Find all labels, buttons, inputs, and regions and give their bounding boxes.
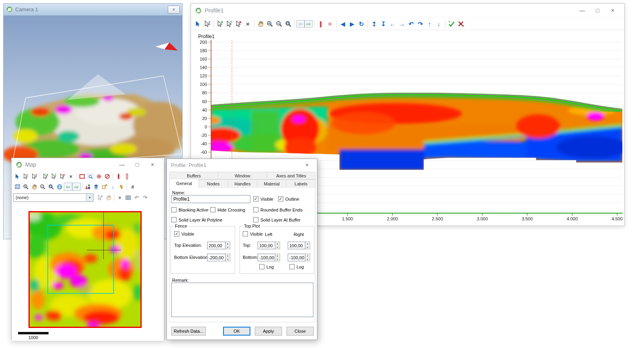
spin-down-icon[interactable]: ▾ [275,258,280,261]
nav-back-icon[interactable]: ⇦ [64,183,72,191]
move-top-icon[interactable]: ↥ [370,19,379,28]
layer-select[interactable]: (none) ▾ [13,193,93,202]
tab-labels[interactable]: Labels [286,179,316,188]
next-profile-icon[interactable]: ▶ [347,19,357,28]
attribute-table-icon[interactable] [124,193,132,201]
profile-line-outline-icon[interactable] [123,172,131,180]
delete-icon[interactable]: × [67,172,75,180]
zoom-in-icon[interactable] [265,19,274,28]
dialog-title-bar[interactable]: Profile: Profile1 × [167,159,317,171]
zoom-out-icon[interactable] [274,19,284,28]
close-button[interactable]: × [168,6,180,14]
insert-object-icon[interactable]: ↓ [109,183,117,191]
close-button[interactable]: Close [286,327,314,336]
pan-small-icon[interactable] [104,193,113,201]
pan-hand-icon[interactable] [30,183,39,191]
solid-layer-buffer-checkbox[interactable] [253,217,258,222]
spin-up-icon[interactable]: ▴ [226,242,230,246]
delete-node-cursor-icon[interactable] [234,19,243,28]
maximize-button[interactable]: □ [590,5,605,16]
maximize-button[interactable]: □ [130,159,145,170]
buffer-lines-icon[interactable]: = [325,19,335,28]
chevron-down-icon[interactable]: ▾ [86,194,93,201]
tab-nodes[interactable]: Nodes [199,179,228,188]
solid-layer-polyline-checkbox[interactable] [171,217,177,222]
minimize-button[interactable]: — [114,159,130,170]
bottom-elevation-field[interactable]: -200,00 [207,254,226,261]
add-node-icon[interactable]: + [116,193,124,201]
previous-profile-icon[interactable]: ◀ [338,19,347,28]
map-title-bar[interactable]: Map — □ × [12,158,164,171]
nav-forward-icon[interactable]: ⇨ [305,20,313,28]
tab-general[interactable]: General [169,179,199,188]
tab-material[interactable]: Material [257,179,286,188]
outline-checkbox[interactable]: ✓ [278,196,283,201]
move-node-cursor-icon[interactable] [50,172,58,180]
insert-node-cursor-icon[interactable] [41,172,50,180]
blanking-active-checkbox[interactable] [171,207,177,212]
clear-region-icon[interactable] [103,172,112,180]
apply-button[interactable]: Apply [255,327,282,336]
redo-icon[interactable]: ↷ [416,19,425,28]
map-canvas[interactable]: 1000 [12,203,164,341]
zoom-out-icon[interactable] [39,183,47,191]
top-left-field[interactable]: 100,00 [258,242,275,249]
fence-visible-checkbox[interactable]: ✓ [174,231,179,236]
spin-down-icon[interactable]: ▾ [305,246,310,249]
remark-field[interactable] [171,283,313,317]
symbols-icon[interactable] [83,183,92,191]
visible-checkbox[interactable]: ✓ [253,196,258,201]
export-map-icon[interactable] [100,183,109,191]
select-cursor-icon[interactable] [13,172,22,180]
pan-hand-icon[interactable] [256,19,265,28]
ok-button[interactable]: OK [223,327,250,336]
spin-up-icon[interactable]: ▴ [226,254,230,258]
spin-down-icon[interactable]: ▾ [226,258,230,261]
move-down-icon[interactable]: ↓ [434,19,443,28]
delete-icon[interactable]: × [243,19,252,28]
delete-node-cursor-icon[interactable] [58,172,67,180]
insert-node-cursor-icon[interactable] [215,19,225,28]
top-elevation-field[interactable]: 200,00 [207,242,226,249]
top-plot-visible-checkbox[interactable] [243,231,248,236]
accept-changes-icon[interactable] [447,19,456,28]
redo-icon[interactable]: ↷ [141,193,149,201]
close-button[interactable]: × [301,160,313,170]
log-right-checkbox[interactable] [289,264,295,269]
undo-icon[interactable]: ↶ [406,19,416,28]
zoom-extents-icon[interactable] [47,183,55,191]
spin-down-icon[interactable]: ▾ [305,258,310,261]
undo-icon[interactable]: ↶ [132,193,141,201]
edit-object-cursor-icon[interactable] [203,19,212,28]
spin-up-icon[interactable]: ▴ [275,242,280,246]
move-right-icon[interactable]: → [397,19,406,28]
discard-changes-icon[interactable] [456,19,465,28]
top-right-field[interactable]: 100,00 [288,242,305,249]
layers-icon[interactable] [92,183,100,191]
bottom-left-field[interactable]: -100,00 [258,254,275,261]
nav-forward-icon[interactable]: ⇨ [72,183,81,191]
refresh-data-button[interactable]: Refresh Data... [171,327,206,336]
spin-down-icon[interactable]: ▾ [226,246,230,249]
spin-up-icon[interactable]: ▴ [305,242,310,246]
zoom-in-icon[interactable] [22,183,30,191]
spin-up-icon[interactable]: ▴ [275,254,280,258]
zoom-extents-icon[interactable] [284,19,293,28]
tab-window[interactable]: Window [218,172,267,179]
move-node-cursor-icon[interactable] [225,19,234,28]
profile-line-icon[interactable] [114,172,123,180]
move-bottom-icon[interactable]: ↧ [379,19,388,28]
select-polyline-cursor-icon[interactable] [22,172,30,180]
snap-cursor-icon[interactable] [96,193,104,201]
new-map-icon[interactable] [13,183,22,191]
name-field[interactable] [171,195,250,203]
log-left-checkbox[interactable] [259,264,264,269]
refresh-map-icon[interactable]: ↯ [117,183,126,191]
minimize-button[interactable]: — [575,5,590,16]
select-cursor-icon[interactable] [193,19,203,28]
bottom-right-field[interactable]: -100,00 [288,254,305,261]
profile-title-bar[interactable]: Profile1 — □ × [191,4,624,17]
tab-handles[interactable]: Handles [228,179,258,188]
hide-crossing-checkbox[interactable] [210,207,215,212]
edit-object-cursor-icon[interactable] [30,172,39,180]
